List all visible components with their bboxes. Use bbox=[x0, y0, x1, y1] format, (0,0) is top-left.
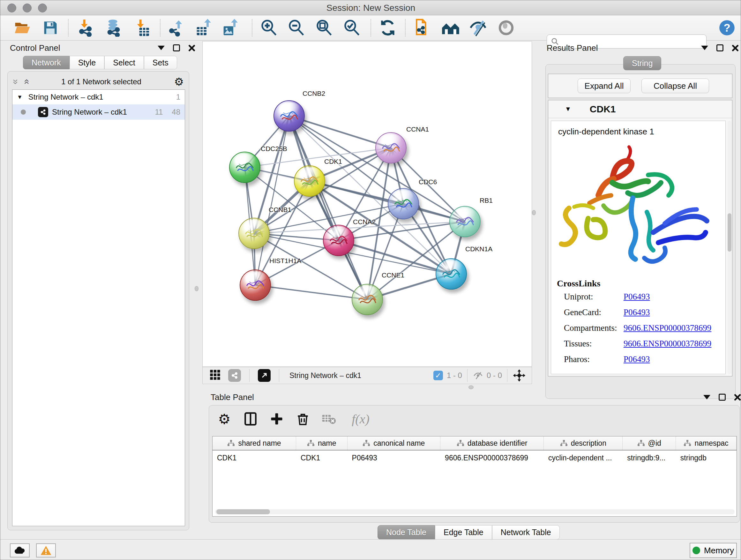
network-collection-row[interactable]: ▼ String Network – cdk1 1 bbox=[12, 90, 185, 105]
home-pages-icon[interactable] bbox=[441, 18, 460, 37]
table-cell[interactable]: 9606.ENSP00000378699 bbox=[441, 450, 544, 465]
help-icon[interactable]: ? bbox=[718, 18, 736, 37]
network-canvas[interactable]: CCNB2CCNA1CDC25BCDK1CDC6RB1CCNB1CCNA2CDK… bbox=[202, 41, 532, 367]
zoom-fit-icon[interactable] bbox=[315, 18, 333, 37]
float-panel-icon[interactable] bbox=[173, 44, 180, 51]
function-builder-icon[interactable]: f(x) bbox=[346, 410, 375, 428]
import-network-database-icon[interactable] bbox=[105, 18, 123, 37]
collapse-panel-icon[interactable] bbox=[703, 395, 711, 399]
results-scrollbar[interactable] bbox=[728, 121, 731, 374]
memory-button[interactable]: Memory bbox=[690, 543, 737, 558]
tab-sets[interactable]: Sets bbox=[144, 56, 177, 69]
import-table-icon[interactable] bbox=[133, 18, 151, 37]
network-node-ccne1[interactable] bbox=[352, 284, 383, 315]
network-node-cdk1[interactable] bbox=[294, 165, 325, 197]
delete-table-icon[interactable] bbox=[320, 410, 338, 428]
collapse-panel-icon[interactable] bbox=[158, 46, 165, 50]
tab-edge-table[interactable]: Edge Table bbox=[435, 525, 492, 540]
network-node-ccna1[interactable] bbox=[375, 132, 407, 164]
network-node-ccnb1[interactable] bbox=[239, 218, 270, 249]
close-panel-icon[interactable] bbox=[734, 394, 741, 401]
collapse-all-networks-icon[interactable]: » bbox=[23, 79, 29, 84]
table-cell[interactable]: CDK1 bbox=[296, 450, 347, 465]
import-network-file-icon[interactable] bbox=[77, 18, 95, 37]
float-panel-icon[interactable] bbox=[719, 394, 726, 401]
add-column-icon[interactable] bbox=[268, 410, 286, 428]
gene-collapse-icon[interactable]: ▼ bbox=[565, 105, 571, 113]
column-header-canonical-name[interactable]: canonical name bbox=[347, 436, 441, 450]
table-settings-gear-icon[interactable]: ⚙ bbox=[215, 410, 233, 428]
network-row[interactable]: String Network – cdk1 11 48 bbox=[12, 105, 185, 120]
collection-expand-icon[interactable]: ▼ bbox=[17, 94, 23, 101]
collapse-panel-icon[interactable] bbox=[701, 46, 708, 50]
column-header-database-identifier[interactable]: database identifier bbox=[441, 436, 544, 450]
network-edge[interactable] bbox=[255, 285, 367, 300]
zoom-out-icon[interactable] bbox=[287, 18, 306, 37]
right-splitter-handle[interactable] bbox=[532, 210, 536, 215]
close-panel-icon[interactable] bbox=[732, 44, 739, 51]
column-header-shared-name[interactable]: shared name bbox=[212, 436, 296, 450]
export-table-icon[interactable] bbox=[195, 18, 213, 37]
expand-all-networks-icon[interactable]: » bbox=[13, 79, 19, 84]
column-header-namespac[interactable]: namespac bbox=[676, 436, 737, 450]
save-session-icon[interactable] bbox=[41, 18, 60, 37]
delete-column-icon[interactable] bbox=[294, 410, 312, 428]
bottom-splitter-handle[interactable] bbox=[468, 385, 474, 389]
detach-view-icon[interactable] bbox=[258, 369, 271, 382]
column-header-name[interactable]: name bbox=[296, 436, 347, 450]
network-options-gear-icon[interactable]: ⚙ bbox=[174, 75, 184, 88]
network-node-cdc25b[interactable] bbox=[229, 152, 260, 183]
export-network-icon[interactable] bbox=[167, 18, 186, 37]
crosslink-value-link[interactable]: P06493 bbox=[623, 307, 650, 317]
tab-node-table[interactable]: Node Table bbox=[378, 525, 435, 540]
table-row[interactable]: CDK1CDK1P064939606.ENSP00000378699cyclin… bbox=[212, 450, 737, 465]
column-header--id[interactable]: @id bbox=[623, 436, 676, 450]
close-panel-icon[interactable] bbox=[188, 44, 195, 51]
table-cell[interactable]: CDK1 bbox=[212, 450, 296, 465]
gene-entry-header[interactable]: ▼ CDK1 bbox=[548, 100, 732, 118]
network-node-cdc6[interactable] bbox=[388, 188, 419, 219]
zoom-selected-icon[interactable] bbox=[342, 18, 361, 37]
crosslink-value-link[interactable]: P06493 bbox=[623, 354, 650, 364]
tab-network[interactable]: Network bbox=[23, 56, 70, 69]
table-cell[interactable]: stringdb:9... bbox=[623, 450, 676, 465]
table-cell[interactable]: stringdb bbox=[676, 450, 737, 465]
crosslink-value-link[interactable]: P06493 bbox=[623, 292, 650, 302]
network-edge[interactable] bbox=[310, 181, 465, 222]
float-panel-icon[interactable] bbox=[717, 44, 724, 51]
network-edge[interactable] bbox=[289, 116, 367, 300]
table-h-scrollbar[interactable] bbox=[215, 509, 735, 514]
network-node-ccna2[interactable] bbox=[323, 225, 354, 256]
grid-view-icon[interactable] bbox=[210, 369, 220, 381]
network-share-view-icon[interactable] bbox=[228, 369, 241, 382]
hide-selected-icon[interactable] bbox=[469, 18, 487, 37]
table-cell[interactable]: cyclin-dependent ... bbox=[544, 450, 623, 465]
network-node-ccnb2[interactable] bbox=[273, 100, 305, 132]
zoom-in-icon[interactable] bbox=[259, 18, 278, 37]
tab-network-table[interactable]: Network Table bbox=[492, 525, 560, 540]
table-cell[interactable]: P06493 bbox=[347, 450, 441, 465]
share-document-icon[interactable] bbox=[413, 18, 432, 37]
table-header-row: shared namenamecanonical namedatabase id… bbox=[212, 436, 737, 450]
open-session-icon[interactable] bbox=[13, 18, 31, 37]
network-node-rb1[interactable] bbox=[449, 206, 481, 237]
fit-selected-crosshair-icon[interactable] bbox=[513, 369, 526, 382]
left-splitter-handle[interactable] bbox=[195, 286, 199, 291]
show-preview-icon[interactable] bbox=[497, 18, 515, 37]
collapse-all-button[interactable]: Collapse All bbox=[642, 78, 709, 93]
network-node-hist1h1a[interactable] bbox=[240, 269, 271, 301]
column-header-description[interactable]: description bbox=[544, 436, 623, 450]
crosslink-value-link[interactable]: 9606.ENSP00000378699 bbox=[623, 323, 711, 333]
expand-all-button[interactable]: Expand All bbox=[578, 78, 630, 93]
tab-string-results[interactable]: String bbox=[623, 56, 661, 70]
selected-nodes-checkbox-icon[interactable]: ✓ bbox=[433, 371, 443, 380]
select-columns-icon[interactable] bbox=[242, 410, 259, 428]
crosslink-value-link[interactable]: 9606.ENSP00000378699 bbox=[623, 339, 711, 349]
export-image-icon[interactable] bbox=[222, 18, 240, 37]
tab-select[interactable]: Select bbox=[105, 56, 144, 69]
network-node-cdkn1a[interactable] bbox=[435, 258, 467, 290]
cloud-status-button[interactable] bbox=[10, 543, 30, 557]
refresh-icon[interactable] bbox=[379, 18, 397, 37]
tab-style[interactable]: Style bbox=[70, 56, 105, 69]
warning-status-button[interactable] bbox=[36, 543, 56, 557]
